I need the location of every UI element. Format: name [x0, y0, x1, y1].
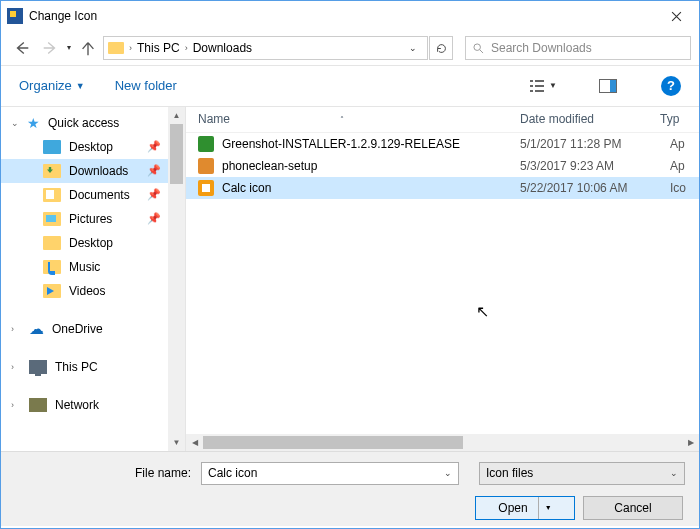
arrow-right-icon: [41, 39, 59, 57]
col-date[interactable]: Date modified: [520, 112, 660, 126]
arrow-up-icon: [79, 39, 97, 57]
pin-icon: 📌: [147, 212, 161, 225]
col-name[interactable]: Name: [198, 112, 230, 126]
music-folder-icon: [43, 260, 61, 274]
svg-rect-2: [535, 80, 544, 82]
up-button[interactable]: [75, 35, 101, 61]
nav-desktop-2[interactable]: Desktop: [1, 231, 185, 255]
network-icon: [29, 398, 47, 412]
new-folder-button[interactable]: New folder: [115, 78, 177, 94]
downloads-folder-icon: [43, 164, 61, 178]
nav-this-pc[interactable]: › This PC: [1, 355, 185, 379]
filename-label: File name:: [1, 466, 191, 480]
scroll-down-icon[interactable]: ▼: [168, 434, 185, 451]
organize-menu[interactable]: Organize ▼: [19, 78, 85, 94]
svg-rect-4: [535, 85, 544, 87]
chevron-right-icon: ›: [11, 324, 21, 335]
nav-desktop[interactable]: Desktop 📌: [1, 135, 185, 159]
file-type-filter[interactable]: Icon files ⌄: [479, 462, 685, 485]
search-icon: [472, 42, 485, 55]
chevron-right-icon: ›: [126, 43, 135, 54]
horizontal-scrollbar[interactable]: ◀ ▶: [186, 434, 699, 451]
list-view-icon: [529, 79, 545, 93]
col-type[interactable]: Typ: [660, 112, 699, 126]
chevron-right-icon: ›: [182, 43, 191, 54]
sort-asc-icon: ˄: [340, 115, 344, 125]
refresh-button[interactable]: [429, 36, 453, 60]
svg-rect-3: [530, 85, 533, 87]
view-options-button[interactable]: ▼: [527, 75, 561, 97]
folder-icon: [108, 42, 124, 54]
file-row[interactable]: phoneclean-setup 5/3/2017 9:23 AM Ap: [186, 155, 699, 177]
nav-scrollbar[interactable]: ▲ ▼: [168, 107, 185, 451]
breadcrumb-this-pc[interactable]: This PC: [137, 41, 180, 55]
breadcrumb-downloads[interactable]: Downloads: [193, 41, 252, 55]
nav-pictures[interactable]: Pictures 📌: [1, 207, 185, 231]
nav-videos[interactable]: Videos: [1, 279, 185, 303]
pictures-folder-icon: [43, 212, 61, 226]
nav-onedrive[interactable]: › ☁ OneDrive: [1, 317, 185, 341]
close-button[interactable]: [654, 1, 699, 31]
preview-pane-icon: [599, 79, 617, 93]
chevron-down-icon[interactable]: ⌄: [438, 468, 452, 479]
installer-icon: [198, 136, 214, 152]
icon-file-icon: [198, 180, 214, 196]
onedrive-icon: ☁: [29, 320, 44, 338]
pc-icon: [29, 360, 47, 374]
chevron-down-icon[interactable]: ⌄: [664, 468, 678, 479]
nav-downloads[interactable]: Downloads 📌: [1, 159, 185, 183]
chevron-right-icon: ›: [11, 362, 21, 373]
recent-locations-button[interactable]: ▾: [65, 43, 73, 53]
preview-pane-button[interactable]: [591, 75, 625, 97]
svg-rect-8: [610, 80, 616, 92]
back-button[interactable]: [9, 35, 35, 61]
refresh-icon: [435, 42, 448, 55]
cursor-icon: ↖: [476, 302, 489, 321]
search-placeholder: Search Downloads: [491, 41, 592, 55]
open-button[interactable]: Open ▼: [475, 496, 575, 520]
scroll-thumb[interactable]: [170, 124, 183, 184]
file-row-selected[interactable]: Calc icon 5/22/2017 10:06 AM Ico: [186, 177, 699, 199]
documents-folder-icon: [43, 188, 61, 202]
command-bar: Organize ▼ New folder ▼ ?: [1, 66, 699, 106]
close-icon: [671, 11, 682, 22]
chevron-down-icon: ▼: [76, 81, 85, 92]
forward-button[interactable]: [37, 35, 63, 61]
svg-rect-6: [535, 90, 544, 92]
address-bar[interactable]: › This PC › Downloads ⌄: [103, 36, 428, 60]
navigation-pane: ⌄ ★ Quick access Desktop 📌 Downloads 📌 D…: [1, 106, 186, 451]
filename-input[interactable]: Calc icon ⌄: [201, 462, 459, 485]
desktop-icon: [43, 140, 61, 154]
window-title: Change Icon: [29, 9, 97, 23]
nav-music[interactable]: Music: [1, 255, 185, 279]
svg-point-0: [474, 43, 481, 50]
help-button[interactable]: ?: [661, 76, 681, 96]
main-area: ⌄ ★ Quick access Desktop 📌 Downloads 📌 D…: [1, 106, 699, 451]
chevron-down-icon: ▼: [547, 81, 559, 91]
arrow-left-icon: [13, 39, 31, 57]
footer: File name: Calc icon ⌄ Icon files ⌄ Open…: [1, 451, 699, 526]
file-row[interactable]: Greenshot-INSTALLER-1.2.9.129-RELEASE 5/…: [186, 133, 699, 155]
pin-icon: 📌: [147, 188, 161, 201]
nav-network[interactable]: › Network: [1, 393, 185, 417]
pin-icon: 📌: [147, 140, 161, 153]
videos-folder-icon: [43, 284, 61, 298]
scroll-thumb[interactable]: [203, 436, 463, 449]
star-icon: ★: [27, 115, 40, 132]
scroll-right-icon[interactable]: ▶: [682, 434, 699, 451]
setup-icon: [198, 158, 214, 174]
chevron-down-icon: ⌄: [11, 118, 21, 129]
nav-quick-access[interactable]: ⌄ ★ Quick access: [1, 111, 185, 135]
scroll-left-icon[interactable]: ◀: [186, 434, 203, 451]
app-icon: [7, 8, 23, 24]
scroll-up-icon[interactable]: ▲: [168, 107, 185, 124]
cancel-button[interactable]: Cancel: [583, 496, 683, 520]
nav-row: ▾ › This PC › Downloads ⌄ Search Downloa…: [1, 31, 699, 65]
address-dropdown-icon[interactable]: ⌄: [403, 43, 423, 54]
svg-rect-1: [530, 80, 533, 82]
split-dropdown-icon[interactable]: ▼: [538, 497, 552, 519]
file-list: Name˄ Date modified Typ Greenshot-INSTAL…: [186, 106, 699, 451]
search-input[interactable]: Search Downloads: [465, 36, 691, 60]
column-headers[interactable]: Name˄ Date modified Typ: [186, 107, 699, 133]
nav-documents[interactable]: Documents 📌: [1, 183, 185, 207]
